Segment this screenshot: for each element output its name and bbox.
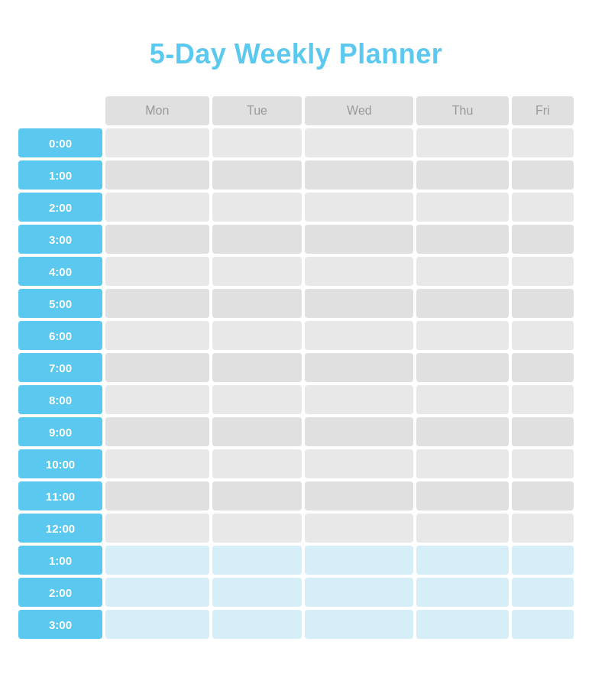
cell-row0-col4[interactable]: [512, 128, 574, 157]
cell-row6-col0[interactable]: [105, 321, 209, 350]
cell-row14-col1[interactable]: [212, 578, 302, 607]
cell-row0-col2[interactable]: [305, 128, 413, 157]
cell-row11-col4[interactable]: [512, 481, 574, 510]
cell-row13-col2[interactable]: [305, 546, 413, 575]
cell-row3-col4[interactable]: [512, 225, 574, 254]
day-header-tue: Tue: [212, 96, 302, 125]
cell-row8-col3[interactable]: [416, 385, 508, 414]
time-row: 4:00: [18, 257, 574, 286]
cell-row4-col2[interactable]: [305, 257, 413, 286]
cell-row9-col3[interactable]: [416, 417, 508, 446]
cell-row15-col4[interactable]: [512, 610, 574, 639]
cell-row9-col1[interactable]: [212, 417, 302, 446]
cell-row11-col3[interactable]: [416, 481, 508, 510]
cell-row6-col2[interactable]: [305, 321, 413, 350]
cell-row9-col4[interactable]: [512, 417, 574, 446]
cell-row5-col1[interactable]: [212, 289, 302, 318]
time-row: 6:00: [18, 321, 574, 350]
cell-row14-col2[interactable]: [305, 578, 413, 607]
cell-row1-col3[interactable]: [416, 160, 508, 190]
time-label-4: 4:00: [18, 257, 102, 286]
cell-row4-col0[interactable]: [105, 257, 209, 286]
cell-row8-col0[interactable]: [105, 385, 209, 414]
day-header-wed: Wed: [305, 96, 413, 125]
cell-row3-col0[interactable]: [105, 225, 209, 254]
cell-row7-col0[interactable]: [105, 353, 209, 382]
cell-row1-col4[interactable]: [512, 160, 574, 190]
cell-row4-col3[interactable]: [416, 257, 508, 286]
cell-row11-col1[interactable]: [212, 481, 302, 510]
cell-row12-col1[interactable]: [212, 514, 302, 543]
cell-row6-col4[interactable]: [512, 321, 574, 350]
cell-row7-col1[interactable]: [212, 353, 302, 382]
cell-row3-col1[interactable]: [212, 225, 302, 254]
time-label-2: 2:00: [18, 193, 102, 222]
cell-row10-col0[interactable]: [105, 449, 209, 478]
time-label-12: 12:00: [18, 514, 102, 543]
cell-row3-col2[interactable]: [305, 225, 413, 254]
time-row: 1:00: [18, 160, 574, 190]
cell-row4-col4[interactable]: [512, 257, 574, 286]
cell-row5-col0[interactable]: [105, 289, 209, 318]
cell-row15-col0[interactable]: [105, 610, 209, 639]
cell-row9-col2[interactable]: [305, 417, 413, 446]
cell-row8-col1[interactable]: [212, 385, 302, 414]
cell-row13-col1[interactable]: [212, 546, 302, 575]
cell-row13-col4[interactable]: [512, 546, 574, 575]
cell-row11-col0[interactable]: [105, 481, 209, 510]
day-header-fri: Fri: [512, 96, 574, 125]
cell-row12-col2[interactable]: [305, 514, 413, 543]
cell-row5-col4[interactable]: [512, 289, 574, 318]
cell-row14-col3[interactable]: [416, 578, 508, 607]
cell-row5-col2[interactable]: [305, 289, 413, 318]
cell-row15-col1[interactable]: [212, 610, 302, 639]
cell-row6-col3[interactable]: [416, 321, 508, 350]
cell-row1-col1[interactable]: [212, 160, 302, 190]
cell-row10-col4[interactable]: [512, 449, 574, 478]
planner-title: 5-Day Weekly Planner: [15, 38, 577, 70]
time-row: 9:00: [18, 417, 574, 446]
cell-row5-col3[interactable]: [416, 289, 508, 318]
cell-row8-col4[interactable]: [512, 385, 574, 414]
cell-row2-col3[interactable]: [416, 193, 508, 222]
time-label-13: 1:00: [18, 546, 102, 575]
cell-row14-col4[interactable]: [512, 578, 574, 607]
time-label-0: 0:00: [18, 128, 102, 157]
cell-row12-col0[interactable]: [105, 514, 209, 543]
cell-row2-col0[interactable]: [105, 193, 209, 222]
cell-row14-col0[interactable]: [105, 578, 209, 607]
cell-row6-col1[interactable]: [212, 321, 302, 350]
cell-row0-col0[interactable]: [105, 128, 209, 157]
time-row: 5:00: [18, 289, 574, 318]
cell-row2-col4[interactable]: [512, 193, 574, 222]
time-label-14: 2:00: [18, 578, 102, 607]
time-row: 11:00: [18, 481, 574, 510]
cell-row1-col0[interactable]: [105, 160, 209, 190]
cell-row13-col3[interactable]: [416, 546, 508, 575]
time-label-10: 10:00: [18, 449, 102, 478]
cell-row15-col2[interactable]: [305, 610, 413, 639]
cell-row12-col4[interactable]: [512, 514, 574, 543]
time-label-11: 11:00: [18, 481, 102, 510]
cell-row0-col3[interactable]: [416, 128, 508, 157]
cell-row7-col3[interactable]: [416, 353, 508, 382]
cell-row7-col2[interactable]: [305, 353, 413, 382]
cell-row10-col3[interactable]: [416, 449, 508, 478]
time-row: 7:00: [18, 353, 574, 382]
cell-row12-col3[interactable]: [416, 514, 508, 543]
cell-row10-col2[interactable]: [305, 449, 413, 478]
cell-row2-col1[interactable]: [212, 193, 302, 222]
cell-row13-col0[interactable]: [105, 546, 209, 575]
cell-row9-col0[interactable]: [105, 417, 209, 446]
cell-row7-col4[interactable]: [512, 353, 574, 382]
cell-row11-col2[interactable]: [305, 481, 413, 510]
cell-row3-col3[interactable]: [416, 225, 508, 254]
cell-row10-col1[interactable]: [212, 449, 302, 478]
cell-row15-col3[interactable]: [416, 610, 508, 639]
cell-row2-col2[interactable]: [305, 193, 413, 222]
cell-row4-col1[interactable]: [212, 257, 302, 286]
cell-row1-col2[interactable]: [305, 160, 413, 190]
time-label-1: 1:00: [18, 160, 102, 190]
cell-row0-col1[interactable]: [212, 128, 302, 157]
cell-row8-col2[interactable]: [305, 385, 413, 414]
